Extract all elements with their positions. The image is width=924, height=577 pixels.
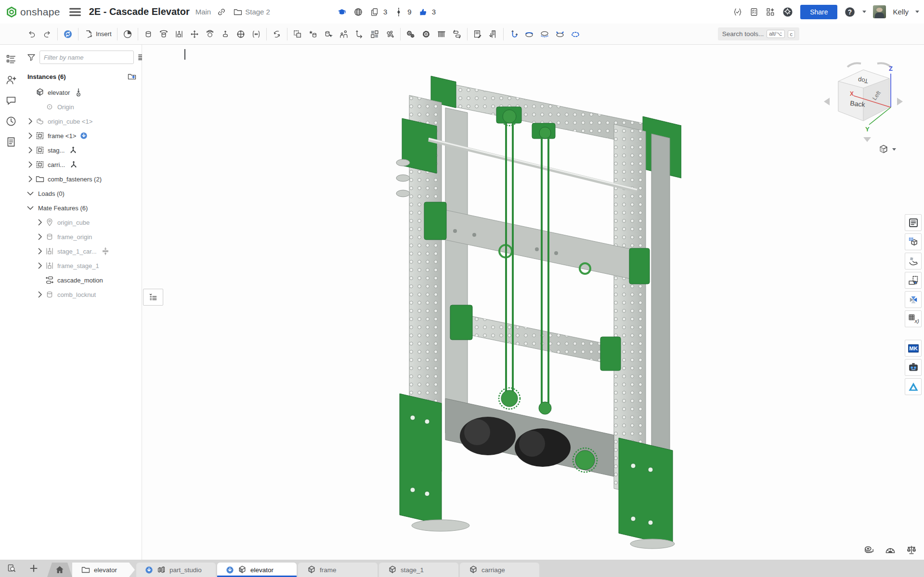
chain-button[interactable]	[537, 26, 552, 43]
add-folder-icon[interactable]	[127, 72, 137, 81]
tab-carriage[interactable]: carriage	[460, 563, 539, 577]
measure-icon[interactable]	[863, 544, 875, 556]
featurescript-icon[interactable]	[733, 7, 742, 17]
tree-row[interactable]: comb_fasteners (2)	[22, 172, 142, 186]
limit-icon[interactable]	[101, 246, 110, 256]
tab-elevator[interactable]: elevator	[217, 563, 297, 577]
hand-cube-tab[interactable]	[905, 253, 922, 269]
replicate-button[interactable]	[351, 26, 367, 43]
tree-row[interactable]: Origin	[22, 100, 142, 114]
tangent-mate-button[interactable]	[248, 26, 264, 43]
tasks-icon[interactable]	[749, 7, 759, 17]
drawing-button[interactable]	[470, 26, 485, 43]
slider-mate-button[interactable]	[171, 26, 187, 43]
tree-row[interactable]: frame_origin	[22, 230, 142, 244]
assembly-tree-toggle[interactable]	[143, 289, 163, 306]
link-icon[interactable]	[217, 7, 226, 17]
avatar[interactable]	[873, 5, 886, 18]
report-icon[interactable]	[5, 136, 17, 148]
triangle-app-tab[interactable]	[905, 378, 922, 395]
search-tools[interactable]: Search tools... alt/⌥ c	[718, 27, 799, 40]
frame-tool-button[interactable]	[485, 26, 501, 43]
tree-row[interactable]: cascade_motion	[22, 273, 142, 287]
user-caret-icon[interactable]	[915, 11, 919, 13]
belt-flat-button[interactable]	[521, 26, 537, 43]
pin-slot-mate-button[interactable]	[218, 26, 233, 43]
bom-cube-tab[interactable]	[905, 233, 922, 250]
chevron-right-icon[interactable]	[26, 146, 35, 154]
belt-tension-button[interactable]	[552, 26, 568, 43]
function-grid-tab[interactable]: x)	[905, 310, 922, 327]
chevron-right-icon[interactable]	[26, 161, 35, 168]
chevron-right-icon[interactable]	[35, 262, 45, 269]
tab-part_studio[interactable]: part_studio	[136, 563, 216, 577]
filter-icon[interactable]	[26, 52, 36, 62]
tab-elevator[interactable]: elevator	[72, 563, 135, 577]
chevron-right-icon[interactable]	[35, 247, 45, 255]
tree-row[interactable]: origin_cube <1>	[22, 114, 142, 128]
tree-row[interactable]: stage_1_car...	[22, 244, 142, 258]
comments-icon[interactable]	[5, 95, 17, 106]
chevron-down-icon[interactable]	[26, 190, 35, 197]
fastened-mate-button[interactable]	[141, 26, 156, 43]
explode-button[interactable]	[382, 26, 398, 43]
chevron-right-icon[interactable]	[26, 132, 35, 140]
tree-row[interactable]: Loads (0)	[22, 186, 142, 201]
chevron-down-icon[interactable]	[26, 204, 35, 212]
tree-row[interactable]: carri...	[22, 157, 142, 172]
tab-search-icon[interactable]	[7, 564, 16, 573]
tree-row[interactable]: stag...	[22, 143, 142, 157]
tree-row[interactable]: elevator	[22, 85, 142, 100]
anchor-icon[interactable]	[74, 88, 83, 97]
graphics-viewport[interactable]: Top Back Left Z X Y x)MK	[142, 45, 924, 560]
robot-app-tab[interactable]	[905, 359, 922, 376]
public-icon[interactable]	[353, 7, 363, 17]
mate-relation-button[interactable]	[269, 26, 285, 43]
chevron-right-icon[interactable]	[35, 291, 45, 298]
like-icon[interactable]	[418, 7, 428, 17]
tab-frame[interactable]: frame	[298, 563, 377, 577]
follow-mode-icon[interactable]	[5, 74, 17, 86]
belt-button[interactable]	[506, 26, 521, 43]
assembly-model[interactable]	[383, 62, 681, 552]
new-tab-icon[interactable]	[29, 564, 39, 573]
chevron-right-icon[interactable]	[35, 233, 45, 241]
mate-connector-icon[interactable]	[68, 145, 78, 155]
gear-relation-button[interactable]	[403, 26, 418, 43]
mate-connector-icon[interactable]	[69, 160, 78, 169]
workspace-name[interactable]: Main	[195, 8, 211, 16]
undo-button[interactable]	[24, 26, 39, 43]
help-caret-icon[interactable]	[862, 11, 866, 13]
tree-row[interactable]: frame <1>	[22, 128, 142, 143]
belt-dashed-button[interactable]	[568, 26, 583, 43]
tree-row[interactable]: Mate Features (6)	[22, 201, 142, 215]
chevron-right-icon[interactable]	[35, 218, 45, 226]
tree-row[interactable]: comb_locknut	[22, 287, 142, 302]
interference-button[interactable]	[120, 26, 135, 43]
versions-icon[interactable]	[394, 7, 403, 17]
update-badge-icon[interactable]	[80, 132, 88, 140]
revolute-mate-button[interactable]	[156, 26, 171, 43]
view-cube[interactable]: Top Back Left Z X Y	[821, 59, 917, 143]
share-button[interactable]: Share	[800, 5, 837, 19]
mass-icon[interactable]	[906, 544, 917, 556]
cylindrical-mate-button[interactable]	[233, 26, 248, 43]
sync-button[interactable]	[60, 26, 76, 43]
tab-stage_1[interactable]: stage_1	[379, 563, 458, 577]
notes-tab[interactable]	[905, 214, 922, 231]
tree-row[interactable]: frame_stage_1	[22, 258, 142, 273]
protractor-icon[interactable]	[885, 544, 896, 556]
snap-mode-button[interactable]	[336, 26, 351, 43]
insert-button[interactable]: Insert	[81, 26, 115, 43]
help-icon[interactable]: ?	[844, 6, 856, 18]
view-menu-button[interactable]	[878, 143, 896, 155]
planar-mate-button[interactable]	[187, 26, 202, 43]
assembly-tree-icon[interactable]	[5, 53, 17, 65]
ai-advisor-icon[interactable]	[782, 6, 794, 18]
tree-row[interactable]: origin_cube	[22, 215, 142, 230]
named-positions-button[interactable]	[305, 26, 321, 43]
group-button[interactable]	[290, 26, 305, 43]
apps-icon[interactable]	[766, 7, 775, 17]
pattern-button[interactable]	[367, 26, 382, 43]
pinwheel-tab[interactable]	[905, 291, 922, 308]
